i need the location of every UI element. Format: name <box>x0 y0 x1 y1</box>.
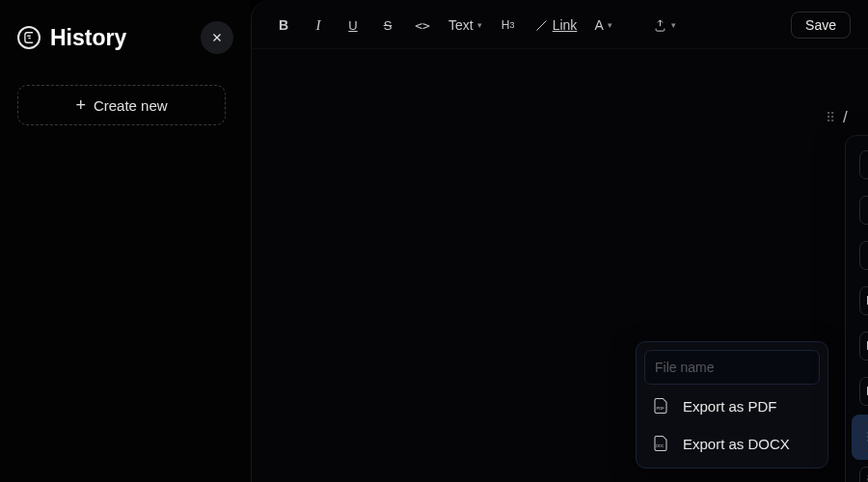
numbered-icon: 123 <box>859 467 868 482</box>
command-item-text[interactable]: TextJust start typing with plain text. <box>852 187 868 232</box>
H1-icon: H1 <box>859 286 868 315</box>
bullet-icon <box>859 422 868 451</box>
link-label: Link <box>553 17 578 33</box>
italic-button[interactable]: I <box>304 12 333 39</box>
export-pdf-label: Export as PDF <box>683 398 777 415</box>
chevron-down-icon: ▾ <box>608 20 612 30</box>
pdf-file-icon: PDF <box>650 395 671 416</box>
export-pdf-item[interactable]: PDF Export as PDF <box>644 385 820 422</box>
text-color-label: A <box>594 17 603 33</box>
text-color-dropdown[interactable]: A ▾ <box>588 12 617 39</box>
export-popover: PDF Export as PDF DOC Export as DOCX <box>636 341 828 469</box>
create-new-button[interactable]: + Create new <box>17 85 226 125</box>
history-sidebar: History + Create new <box>0 0 251 482</box>
sidebar-title: History <box>50 25 126 51</box>
command-item-bullet-list[interactable]: Bullet ListCreate a simple bullet list. <box>852 415 868 460</box>
todo-icon <box>859 241 868 270</box>
command-item-heading-2[interactable]: H2Heading 2Medium section heading. <box>852 324 868 369</box>
command-menu: Ask AIAsk AI to generate something.TextJ… <box>845 135 868 482</box>
chevron-down-icon: ▾ <box>477 20 482 30</box>
link-button[interactable]: Link <box>529 12 583 39</box>
drag-handle-icon[interactable]: ⠿ <box>826 110 833 125</box>
code-button[interactable]: <> <box>408 12 437 39</box>
underline-button[interactable]: U <box>339 12 367 39</box>
filename-input[interactable] <box>644 350 820 385</box>
strikethrough-button[interactable]: S <box>373 12 402 39</box>
export-docx-label: Export as DOCX <box>683 436 790 452</box>
plus-icon: + <box>75 96 86 114</box>
create-new-label: Create new <box>94 97 168 114</box>
close-sidebar-button[interactable] <box>201 21 233 54</box>
sidebar-header: History <box>17 21 233 54</box>
text-style-dropdown[interactable]: Text ▾ <box>443 12 488 39</box>
H2-icon: H2 <box>859 332 868 361</box>
export-dropdown[interactable]: ▾ <box>647 12 682 39</box>
link-icon <box>534 18 549 33</box>
docx-file-icon: DOC <box>650 433 671 454</box>
history-icon <box>17 26 41 49</box>
command-item-numbered-list[interactable]: 123Numbered List <box>852 460 868 482</box>
svg-text:DOC: DOC <box>656 444 665 448</box>
svg-text:PDF: PDF <box>657 406 665 411</box>
heading3-button[interactable]: H3 <box>494 12 523 39</box>
command-item-ask-ai[interactable]: Ask AIAsk AI to generate something. <box>852 142 868 187</box>
command-item-heading-3[interactable]: H3Heading 3Small section heading. <box>852 369 868 415</box>
sidebar-title-wrap: History <box>17 25 126 51</box>
bold-button[interactable]: B <box>269 12 298 39</box>
slash-text: / <box>843 108 848 127</box>
text-style-label: Text <box>448 17 474 33</box>
command-item-heading-1[interactable]: H1Heading 1Big section heading. <box>852 278 868 323</box>
export-docx-item[interactable]: DOC Export as DOCX <box>644 422 820 460</box>
save-button[interactable]: Save <box>791 12 851 39</box>
text-icon <box>859 196 868 225</box>
chevron-down-icon: ▾ <box>671 20 676 30</box>
close-icon <box>210 31 224 44</box>
command-item-to-do-list[interactable]: To-do ListTrack tasks with a to-do list. <box>852 232 868 278</box>
editor-area: B I U S <> Text ▾ H3 Link A ▾ ▾ Save ⠿ / <box>251 0 868 482</box>
export-icon <box>653 18 667 33</box>
H3-icon: H3 <box>859 377 868 406</box>
slash-command-trigger[interactable]: ⠿ / <box>826 108 848 127</box>
ai-icon <box>859 150 868 179</box>
toolbar: B I U S <> Text ▾ H3 Link A ▾ ▾ Save <box>252 0 868 49</box>
